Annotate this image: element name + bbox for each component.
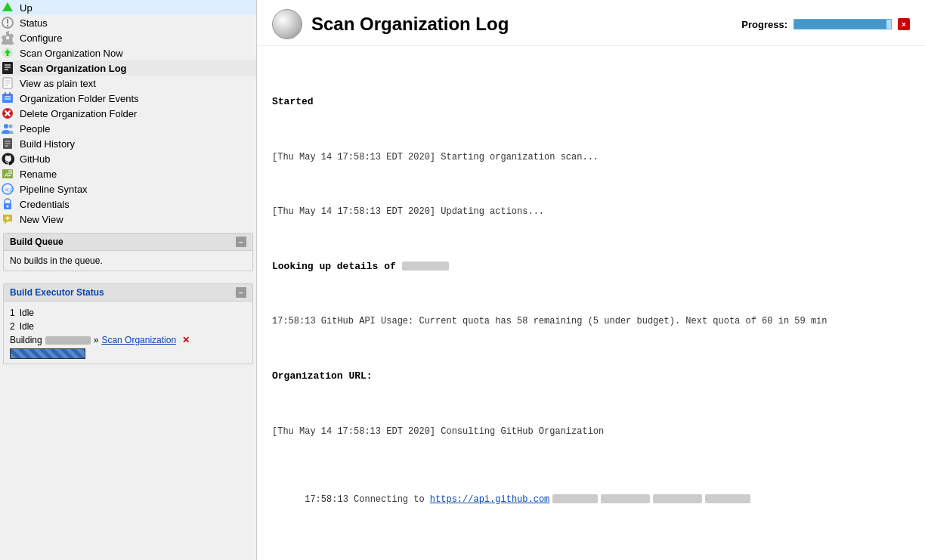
svg-rect-14 — [2, 94, 13, 103]
log-line-7: 17:58:13 Connecting to https://api.githu… — [272, 479, 910, 520]
log-line-4: 17:58:13 GitHub API Usage: Current quota… — [272, 314, 910, 328]
svg-marker-0 — [2, 2, 13, 11]
redacted-2 — [552, 494, 598, 503]
building-label: Building — [10, 335, 42, 345]
github-icon — [0, 151, 15, 166]
sidebar-item-github[interactable]: GitHub — [0, 151, 256, 166]
executor-status-2: Idle — [20, 321, 34, 332]
redacted-1 — [402, 261, 449, 271]
building-stop[interactable]: ✕ — [182, 335, 190, 345]
page-icon — [272, 9, 302, 39]
build-executor-body: 1 Idle 2 Idle Building » Scan Organizati… — [4, 302, 252, 364]
status-icon — [0, 15, 15, 30]
pipeline-syntax-icon: </> — [0, 181, 15, 196]
up-icon — [0, 0, 15, 15]
people-icon — [0, 121, 15, 136]
scan-log-icon — [0, 60, 15, 76]
building-redacted — [45, 336, 91, 345]
sidebar-item-up[interactable]: Up — [0, 0, 256, 15]
build-history-icon — [0, 136, 15, 151]
log-line-0: Started — [272, 94, 910, 110]
new-view-icon — [0, 212, 15, 227]
progress-bar — [794, 19, 892, 29]
executor-num-1: 1 — [10, 308, 15, 318]
sidebar-item-new-view[interactable]: New View — [0, 212, 256, 227]
log-line-5: Organization URL: — [272, 369, 910, 384]
sidebar-item-credentials[interactable]: Credentials — [0, 196, 256, 212]
redacted-5 — [705, 494, 750, 503]
executor-row-2: 2 Idle — [10, 320, 246, 333]
build-executor-panel: Build Executor Status − 1 Idle 2 Idle Bu… — [3, 283, 253, 364]
build-queue-title: Build Queue — [10, 237, 63, 247]
sidebar-item-rename[interactable]: A Rename — [0, 166, 256, 181]
rename-icon: A — [0, 166, 15, 181]
main-content: Scan Organization Log Progress: × Starte… — [257, 0, 925, 560]
sidebar-item-scan-now[interactable]: Scan Organization Now — [0, 45, 256, 60]
log-content: Started [Thu May 14 17:58:13 EDT 2020] S… — [257, 46, 925, 560]
build-queue-body: No builds in the queue. — [4, 251, 252, 271]
log-line-1: [Thu May 14 17:58:13 EDT 2020] Starting … — [272, 150, 910, 164]
build-executor-collapse[interactable]: − — [236, 287, 246, 298]
scan-now-icon — [0, 45, 15, 60]
build-queue-header: Build Queue − — [4, 234, 252, 251]
github-api-link[interactable]: https://api.github.com — [430, 494, 549, 505]
sidebar-item-plain-text[interactable]: View as plain text — [0, 76, 256, 91]
redacted-4 — [653, 494, 702, 503]
log-line-3: Looking up details of — [272, 259, 910, 274]
log-line-6: [Thu May 14 17:58:13 EDT 2020] Consultin… — [272, 425, 910, 438]
sidebar: Up Status Configure — [0, 0, 257, 560]
sidebar-item-status[interactable]: Status — [0, 15, 256, 30]
progress-stop-button[interactable]: × — [898, 18, 910, 30]
progress-area: Progress: × — [741, 18, 910, 30]
main-title-area: Scan Organization Log — [272, 9, 509, 39]
delete-icon — [0, 106, 15, 121]
svg-point-4 — [6, 36, 10, 40]
build-executor-header: Build Executor Status − — [4, 284, 252, 302]
sidebar-item-build-history[interactable]: Build History — [0, 136, 256, 151]
sidebar-item-people[interactable]: People — [0, 121, 256, 136]
nav-list: Up Status Configure — [0, 0, 256, 227]
redacted-3 — [601, 494, 650, 503]
sidebar-item-org-events[interactable]: Organization Folder Events — [0, 91, 256, 106]
svg-point-22 — [4, 124, 8, 128]
svg-text:</>: </> — [5, 186, 15, 193]
plain-text-icon — [0, 76, 15, 91]
svg-rect-6 — [2, 62, 13, 74]
sidebar-item-configure[interactable]: Configure — [0, 30, 256, 45]
executor-status-1: Idle — [20, 308, 34, 318]
sidebar-item-delete[interactable]: Delete Organization Folder — [0, 106, 256, 121]
svg-point-36 — [7, 206, 9, 208]
building-arrow: » — [94, 335, 99, 345]
building-link[interactable]: Scan Organization — [101, 335, 176, 345]
executor-num-2: 2 — [10, 321, 15, 332]
sidebar-item-pipeline-syntax[interactable]: </> Pipeline Syntax — [0, 181, 256, 196]
build-queue-empty: No builds in the queue. — [10, 255, 103, 266]
sidebar-item-scan-log[interactable]: Scan Organization Log — [0, 60, 256, 76]
svg-point-3 — [7, 25, 8, 26]
build-progress-bar — [10, 348, 85, 359]
org-events-icon — [0, 91, 15, 106]
build-queue-panel: Build Queue − No builds in the queue. — [3, 233, 253, 271]
build-executor-title[interactable]: Build Executor Status — [10, 287, 104, 298]
progress-bar-fill — [794, 20, 886, 29]
configure-icon — [0, 30, 15, 45]
log-line-2: [Thu May 14 17:58:13 EDT 2020] Updating … — [272, 205, 910, 218]
svg-point-23 — [9, 125, 13, 128]
credentials-icon — [0, 196, 15, 212]
progress-label: Progress: — [741, 19, 787, 30]
main-header: Scan Organization Log Progress: × — [257, 0, 925, 46]
page-title: Scan Organization Log — [311, 14, 509, 35]
executor-build-row: Building » Scan Organization ✕ — [10, 333, 246, 347]
build-queue-collapse[interactable]: − — [236, 237, 246, 247]
executor-row-1: 1 Idle — [10, 306, 246, 320]
